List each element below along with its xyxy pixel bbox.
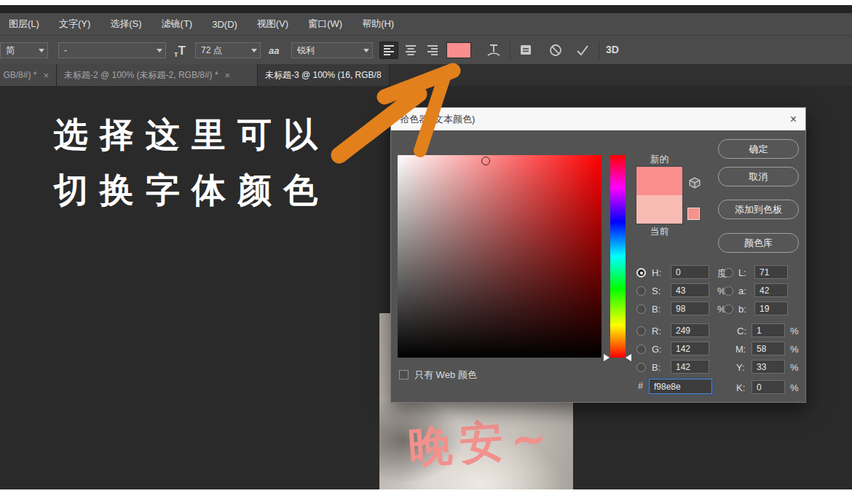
- r-label: R:: [652, 326, 661, 336]
- red-radio[interactable]: [636, 326, 646, 336]
- a-input[interactable]: [754, 283, 788, 297]
- menu-item-window[interactable]: 窗口(W): [308, 17, 342, 31]
- anti-alias-icon: aa: [269, 42, 279, 58]
- close-icon[interactable]: ×: [225, 70, 231, 81]
- c-input[interactable]: [752, 323, 785, 337]
- ok-button[interactable]: 确定: [718, 139, 799, 159]
- chevron-down-icon: [363, 49, 369, 52]
- anti-alias-select[interactable]: 锐利: [291, 42, 373, 58]
- m-label: M:: [735, 344, 746, 355]
- bottom-border: [0, 489, 852, 504]
- chevron-down-icon: [157, 49, 162, 52]
- top-border: [0, 0, 852, 5]
- window-titlebar-strip: [0, 5, 852, 13]
- saturation-brightness-field[interactable]: [398, 155, 601, 358]
- chevron-down-icon: [39, 49, 44, 52]
- document-tab-2[interactable]: 未标题-2 @ 100% (未标题-2, RGB/8#) * ×: [57, 64, 258, 86]
- current-color-swatch[interactable]: [636, 195, 683, 224]
- m-input[interactable]: [752, 342, 785, 355]
- hex-input[interactable]: [649, 379, 712, 394]
- bb-input[interactable]: [754, 302, 788, 315]
- y-input[interactable]: [752, 360, 785, 374]
- commit-edits-icon[interactable]: [574, 42, 591, 58]
- menu-bar: 图层(L) 文字(Y) 选择(S) 滤镜(T) 3D(D) 视图(V) 窗口(W…: [0, 13, 852, 35]
- g-label: G:: [652, 344, 662, 355]
- k-unit: %: [790, 382, 799, 393]
- green-radio[interactable]: [636, 344, 646, 354]
- cancel-button[interactable]: 取消: [718, 167, 799, 186]
- hue-slider-handle-right[interactable]: [626, 354, 631, 361]
- font-family-select[interactable]: 简: [0, 42, 48, 58]
- l-input[interactable]: [754, 265, 788, 279]
- 3d-button[interactable]: 3D: [606, 44, 619, 55]
- b2-label: B:: [652, 362, 660, 373]
- tab-label: GB/8#) *: [3, 70, 36, 80]
- r-input[interactable]: [671, 323, 709, 337]
- new-color-swatch: [636, 166, 683, 195]
- menu-item-help[interactable]: 帮助(H): [362, 17, 394, 31]
- document-tab-1[interactable]: GB/8#) * ×: [0, 64, 57, 86]
- align-left-icon: [382, 43, 396, 58]
- bb-label: b:: [738, 304, 746, 315]
- h-input[interactable]: [671, 265, 709, 279]
- color-libraries-button[interactable]: 颜色库: [718, 233, 799, 253]
- web-colors-only-checkbox[interactable]: [399, 370, 409, 379]
- canvas-annotation-line2: 切换字体颜色: [54, 168, 329, 213]
- align-right-button[interactable]: [423, 42, 442, 59]
- y-unit: %: [790, 362, 799, 373]
- font-family-value: 简: [6, 44, 15, 57]
- b-input[interactable]: [671, 302, 709, 315]
- menu-item-3d[interactable]: 3D(D): [212, 19, 237, 30]
- s-label: S:: [652, 286, 660, 296]
- y-label: Y:: [736, 362, 745, 373]
- menu-item-select[interactable]: 选择(S): [110, 17, 141, 31]
- lab-l-radio[interactable]: [724, 268, 733, 277]
- warp-text-icon[interactable]: [485, 42, 502, 58]
- a-label: a:: [738, 286, 746, 296]
- menu-item-type[interactable]: 文字(Y): [59, 17, 90, 31]
- blue-radio[interactable]: [636, 363, 646, 372]
- web-color-warning-cube-icon[interactable]: [689, 177, 701, 189]
- font-style-select[interactable]: -: [58, 42, 166, 58]
- s-input[interactable]: [671, 283, 709, 297]
- k-input[interactable]: [752, 380, 785, 394]
- cat-image-text: 晚安~: [406, 409, 556, 478]
- hue-slider-handle-left[interactable]: [604, 354, 610, 361]
- canvas-annotation-line1: 选择这里可以: [54, 112, 329, 158]
- chevron-down-icon: [251, 49, 257, 52]
- align-center-icon: [403, 43, 418, 58]
- text-color-swatch[interactable]: [446, 42, 471, 58]
- divider: [510, 42, 510, 59]
- anti-alias-value: 锐利: [297, 44, 315, 57]
- hue-radio[interactable]: [636, 268, 646, 277]
- m-unit: %: [790, 344, 799, 355]
- g-input[interactable]: [671, 342, 709, 355]
- close-icon[interactable]: ×: [790, 113, 797, 126]
- hue-slider[interactable]: [610, 155, 626, 358]
- font-size-value: 72 点: [201, 44, 222, 57]
- add-to-swatches-button[interactable]: 添加到色板: [718, 200, 799, 219]
- character-panel-icon[interactable]: [517, 42, 535, 58]
- menu-item-view[interactable]: 视图(V): [257, 17, 288, 31]
- closest-web-color-swatch[interactable]: [687, 208, 700, 220]
- color-field-marker[interactable]: [481, 157, 490, 165]
- menu-item-filter[interactable]: 滤镜(T): [162, 17, 193, 31]
- align-left-button[interactable]: [379, 42, 398, 59]
- photoshop-window: 图层(L) 文字(Y) 选择(S) 滤镜(T) 3D(D) 视图(V) 窗口(W…: [0, 0, 852, 504]
- font-style-value: -: [64, 45, 67, 55]
- align-center-button[interactable]: [401, 42, 420, 59]
- brightness-radio[interactable]: [636, 304, 646, 314]
- b-label: B:: [652, 304, 660, 315]
- font-size-select[interactable]: 72 点: [195, 42, 261, 58]
- align-right-icon: [425, 43, 440, 58]
- l-label: L:: [738, 267, 746, 278]
- orange-arrow-annotation: [317, 62, 470, 168]
- lab-b-radio[interactable]: [724, 304, 733, 314]
- lab-a-radio[interactable]: [724, 286, 733, 296]
- b2-input[interactable]: [671, 360, 709, 374]
- close-icon[interactable]: ×: [43, 70, 49, 81]
- h-label: H:: [652, 267, 661, 278]
- menu-item-layer[interactable]: 图层(L): [9, 17, 39, 31]
- saturation-radio[interactable]: [636, 286, 646, 296]
- cancel-edits-icon[interactable]: [547, 42, 564, 58]
